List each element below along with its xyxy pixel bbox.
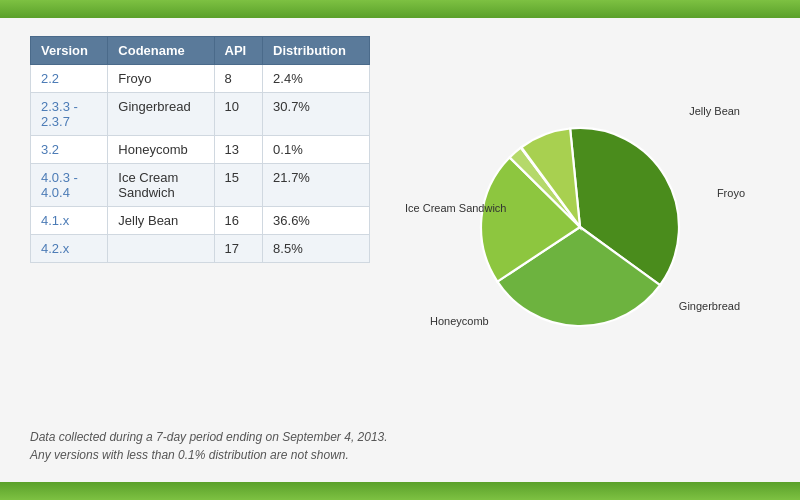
bottom-bar xyxy=(0,482,800,500)
chart-container: Jelly Bean Froyo Gingerbread Ice Cream S… xyxy=(390,36,770,418)
table-row: 4.2.x 17 8.5% xyxy=(31,235,370,263)
cell-codename: Gingerbread xyxy=(108,93,214,136)
cell-api: 17 xyxy=(214,235,263,263)
data-table: Version Codename API Distribution 2.2 Fr… xyxy=(30,36,370,263)
content: Version Codename API Distribution 2.2 Fr… xyxy=(0,18,800,482)
table-row: 3.2 Honeycomb 13 0.1% xyxy=(31,136,370,164)
col-distribution: Distribution xyxy=(263,37,370,65)
table-row: 4.0.3 -4.0.4 Ice CreamSandwich 15 21.7% xyxy=(31,164,370,207)
table-row: 2.2 Froyo 8 2.4% xyxy=(31,65,370,93)
cell-version: 2.2 xyxy=(31,65,108,93)
cell-distribution: 8.5% xyxy=(263,235,370,263)
label-honeycomb: Honeycomb xyxy=(430,315,489,327)
main-area: Version Codename API Distribution 2.2 Fr… xyxy=(30,36,770,418)
pie-wrapper: Jelly Bean Froyo Gingerbread Ice Cream S… xyxy=(420,87,740,367)
cell-codename: Froyo xyxy=(108,65,214,93)
cell-version: 3.2 xyxy=(31,136,108,164)
table-container: Version Codename API Distribution 2.2 Fr… xyxy=(30,36,370,418)
cell-codename: Jelly Bean xyxy=(108,207,214,235)
cell-version: 2.3.3 -2.3.7 xyxy=(31,93,108,136)
footnote-line1: Data collected during a 7-day period end… xyxy=(30,428,770,446)
cell-api: 8 xyxy=(214,65,263,93)
cell-api: 13 xyxy=(214,136,263,164)
col-api: API xyxy=(214,37,263,65)
col-version: Version xyxy=(31,37,108,65)
label-gingerbread: Gingerbread xyxy=(679,300,740,312)
label-icecream: Ice Cream Sandwich xyxy=(405,202,507,214)
cell-distribution: 30.7% xyxy=(263,93,370,136)
label-froyo: Froyo xyxy=(717,187,745,199)
cell-distribution: 21.7% xyxy=(263,164,370,207)
top-bar xyxy=(0,0,800,18)
label-jellybean: Jelly Bean xyxy=(689,105,740,117)
cell-distribution: 36.6% xyxy=(263,207,370,235)
footnote: Data collected during a 7-day period end… xyxy=(30,428,770,464)
cell-api: 15 xyxy=(214,164,263,207)
table-header-row: Version Codename API Distribution xyxy=(31,37,370,65)
cell-api: 10 xyxy=(214,93,263,136)
footnote-line2: Any versions with less than 0.1% distrib… xyxy=(30,446,770,464)
cell-codename: Ice CreamSandwich xyxy=(108,164,214,207)
cell-codename: Honeycomb xyxy=(108,136,214,164)
cell-distribution: 0.1% xyxy=(263,136,370,164)
cell-distribution: 2.4% xyxy=(263,65,370,93)
cell-version: 4.0.3 -4.0.4 xyxy=(31,164,108,207)
pie-chart xyxy=(470,117,690,337)
table-row: 4.1.x Jelly Bean 16 36.6% xyxy=(31,207,370,235)
cell-api: 16 xyxy=(214,207,263,235)
col-codename: Codename xyxy=(108,37,214,65)
cell-version: 4.1.x xyxy=(31,207,108,235)
table-row: 2.3.3 -2.3.7 Gingerbread 10 30.7% xyxy=(31,93,370,136)
cell-codename xyxy=(108,235,214,263)
cell-version: 4.2.x xyxy=(31,235,108,263)
